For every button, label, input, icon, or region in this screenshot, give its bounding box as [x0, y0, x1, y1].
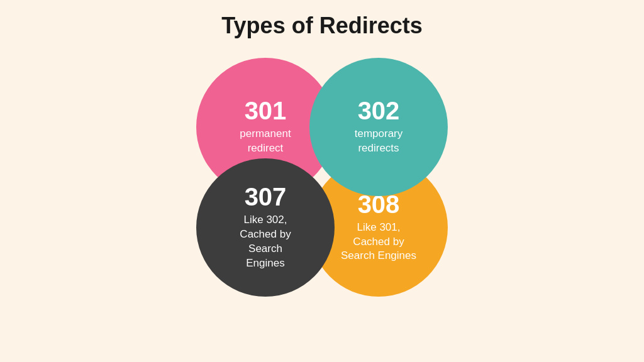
circle-301-text: permanentredirect: [240, 127, 291, 156]
circle-307: 307 Like 302,Cached bySearchEngines: [196, 158, 335, 297]
circle-302: 302 temporaryredirects: [309, 58, 448, 196]
circle-307-text: Like 302,Cached bySearchEngines: [240, 213, 291, 271]
circle-301-number: 301: [245, 98, 287, 123]
circle-308-text: Like 301,Cached bySearch Engines: [341, 221, 416, 264]
circle-302-text: temporaryredirects: [355, 127, 403, 156]
circles-grid: 301 permanentredirect 302 temporaryredir…: [196, 58, 448, 297]
circle-307-number: 307: [245, 184, 287, 209]
circle-302-number: 302: [358, 98, 400, 123]
page-title: Types of Redirects: [221, 13, 422, 39]
page-container: Types of Redirects 301 permanentredirect…: [0, 0, 644, 362]
